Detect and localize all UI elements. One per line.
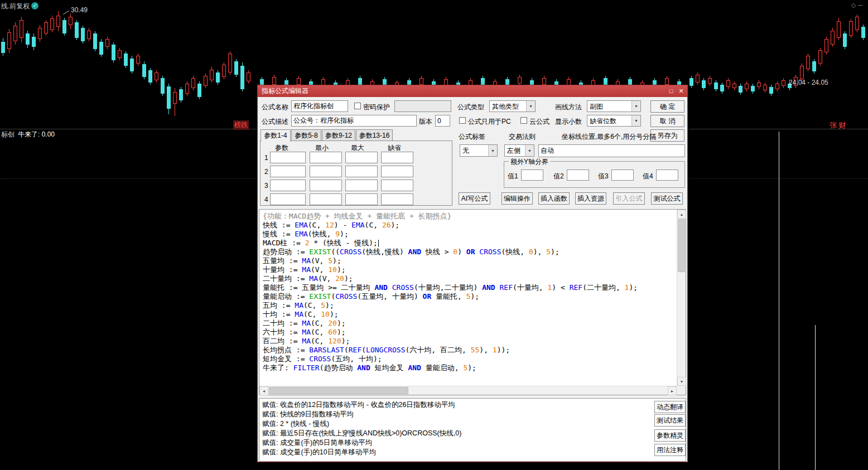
code-line: 快线 := EMA(C, 12) - EMA(C, 26); bbox=[263, 221, 676, 230]
scroll-right-icon[interactable]: ► bbox=[668, 386, 677, 395]
scroll-up-icon[interactable]: ▲ bbox=[677, 210, 686, 219]
candle-body bbox=[696, 75, 700, 83]
candle-body bbox=[855, 17, 859, 30]
param-row-number: 3 bbox=[264, 182, 268, 190]
decimals-select[interactable]: 缺省位数 ▼ bbox=[587, 115, 641, 127]
vertical-scroll-thumb[interactable] bbox=[678, 219, 685, 272]
candle-body bbox=[297, 78, 301, 85]
code-area[interactable]: {功能：MACD趋势 + 均线金叉 + 量能托底 + 长期拐点}快线 := EM… bbox=[259, 210, 677, 386]
pc-only-checkbox[interactable] bbox=[459, 117, 466, 124]
tab-params-13-16[interactable]: 参数13-16 bbox=[356, 129, 393, 141]
candle-body bbox=[843, 33, 847, 47]
dynamic-translate-button[interactable]: 动态翻译 bbox=[654, 401, 686, 413]
candle-body bbox=[739, 86, 742, 93]
cancel-button[interactable]: 取 消 bbox=[650, 115, 684, 127]
scroll-down-icon[interactable]: ▼ bbox=[677, 377, 686, 386]
param-input-r3c4[interactable] bbox=[381, 180, 413, 191]
candle-body bbox=[234, 61, 238, 75]
param-input-r4c1[interactable] bbox=[270, 193, 306, 205]
param-input-r2c4[interactable] bbox=[381, 166, 413, 177]
draw-method-select[interactable]: 副图 ▼ bbox=[587, 100, 641, 112]
maximize-icon[interactable]: □ bbox=[666, 85, 676, 97]
vertical-scrollbar[interactable]: ▲ ▼ bbox=[677, 210, 686, 386]
chevron-down-icon[interactable]: ▼ bbox=[525, 145, 534, 156]
check-icon: ✓ bbox=[31, 2, 38, 9]
param-input-r3c1[interactable] bbox=[270, 180, 306, 191]
tab-params-1-4[interactable]: 参数1-4 bbox=[261, 129, 291, 142]
formula-tag-select[interactable]: 无 ▼ bbox=[460, 144, 498, 157]
chart-mode-label: 线.前复权 bbox=[1, 2, 30, 11]
formula-desc-input[interactable] bbox=[291, 115, 417, 127]
candle-body bbox=[689, 78, 693, 86]
param-input-r2c1[interactable] bbox=[270, 166, 306, 177]
formula-name-input[interactable] bbox=[291, 100, 348, 112]
candle-body bbox=[105, 39, 109, 47]
chevron-down-icon[interactable]: ▼ bbox=[526, 101, 535, 112]
chevron-down-icon[interactable]: ▼ bbox=[631, 101, 640, 112]
param-input-r2c2[interactable] bbox=[310, 166, 342, 177]
minimize-icon[interactable]: ─ bbox=[858, 2, 865, 8]
candle-body bbox=[7, 32, 11, 49]
price-range-label: 24.04 - 24.05 bbox=[789, 79, 828, 86]
dialog-titlebar[interactable]: 指标公式编辑器 □ ✕ bbox=[258, 85, 687, 97]
horizontal-scroll-thumb[interactable] bbox=[269, 387, 408, 394]
code-line: 二十量均 := MA(V, 20); bbox=[263, 274, 676, 283]
formula-type-value: 其他类型 bbox=[492, 103, 519, 110]
coord-position-input[interactable] bbox=[538, 144, 685, 157]
diamond-icon[interactable]: ◇ bbox=[851, 2, 858, 8]
ok-button[interactable]: 确 定 bbox=[650, 100, 684, 113]
insert-resource-button[interactable]: 插入资源 bbox=[575, 192, 606, 205]
trade-rule-select[interactable]: 左侧 ▼ bbox=[504, 144, 534, 157]
param-input-r3c3[interactable] bbox=[345, 180, 378, 191]
candle-body bbox=[1, 42, 5, 53]
candle-body bbox=[136, 56, 140, 64]
param-input-r4c4[interactable] bbox=[381, 193, 413, 205]
scroll-left-icon[interactable]: ◄ bbox=[259, 386, 268, 395]
param-input-r1c1[interactable] bbox=[270, 152, 306, 163]
chevron-down-icon[interactable]: ▼ bbox=[488, 145, 497, 156]
param-input-r4c2[interactable] bbox=[310, 193, 342, 205]
tab-params-9-12[interactable]: 参数9-12 bbox=[322, 129, 355, 141]
param-wizard-button[interactable]: 参数精灵 bbox=[654, 429, 686, 442]
password-label: 密码保护 bbox=[363, 103, 390, 112]
description-line: 赋值: 收盘价的12日指数移动平均 - 收盘价的26日指数移动平均 bbox=[259, 400, 686, 410]
code-line: 短均金叉 := CROSS(五均, 十均); bbox=[263, 355, 676, 364]
password-input[interactable] bbox=[394, 100, 451, 112]
test-formula-button[interactable]: 测试公式 bbox=[651, 192, 683, 205]
ai-write-button[interactable]: AI写公式 bbox=[459, 192, 490, 205]
y3-input[interactable] bbox=[611, 169, 634, 181]
edit-ops-button[interactable]: 编辑操作 bbox=[501, 192, 533, 205]
usage-notes-button[interactable]: 用法注释 bbox=[654, 444, 686, 456]
import-formula-button[interactable]: 引入公式 bbox=[613, 192, 645, 205]
param-input-r1c3[interactable] bbox=[345, 152, 378, 163]
candle-body bbox=[44, 22, 48, 33]
coord-position-label: 坐标线位置,最多6个,用分号分隔 bbox=[562, 132, 656, 142]
cloud-checkbox[interactable] bbox=[520, 117, 527, 124]
test-result-button[interactable]: 测试结果 bbox=[654, 414, 686, 427]
param-input-r2c3[interactable] bbox=[345, 166, 378, 177]
candle-body bbox=[782, 80, 785, 86]
horizontal-scrollbar[interactable]: ◄ ► bbox=[259, 386, 677, 395]
code-line: 五均 := MA(C, 5); bbox=[263, 301, 676, 310]
insert-function-button[interactable]: 插入函数 bbox=[538, 192, 570, 205]
candle-body bbox=[272, 77, 276, 85]
formula-editor-dialog: 指标公式编辑器 □ ✕ 公式名称 密码保护 公式类型 其他类型 ▼ 画线方法 副… bbox=[257, 85, 688, 462]
candle-body bbox=[837, 21, 841, 38]
y4-input[interactable] bbox=[656, 169, 678, 181]
indicator-value: 牛来了: 0.00 bbox=[18, 130, 55, 138]
param-input-r1c2[interactable] bbox=[310, 152, 342, 163]
y2-input[interactable] bbox=[567, 169, 589, 181]
param-input-r3c2[interactable] bbox=[310, 180, 342, 191]
close-icon[interactable]: ✕ bbox=[676, 85, 686, 97]
chevron-down-icon[interactable]: ▼ bbox=[631, 115, 640, 126]
param-input-r1c4[interactable] bbox=[381, 152, 413, 163]
tab-params-5-8[interactable]: 参数5-8 bbox=[291, 129, 321, 141]
shortcut-badge-right[interactable]: 张 财 bbox=[830, 120, 846, 130]
version-input[interactable] bbox=[435, 115, 450, 127]
sector-badge-left[interactable]: 榜跌 bbox=[233, 120, 249, 130]
password-checkbox[interactable] bbox=[354, 103, 361, 109]
y1-input[interactable] bbox=[521, 169, 543, 181]
candle-body bbox=[745, 84, 749, 89]
formula-type-select[interactable]: 其他类型 ▼ bbox=[489, 100, 536, 112]
param-input-r4c3[interactable] bbox=[345, 193, 378, 205]
